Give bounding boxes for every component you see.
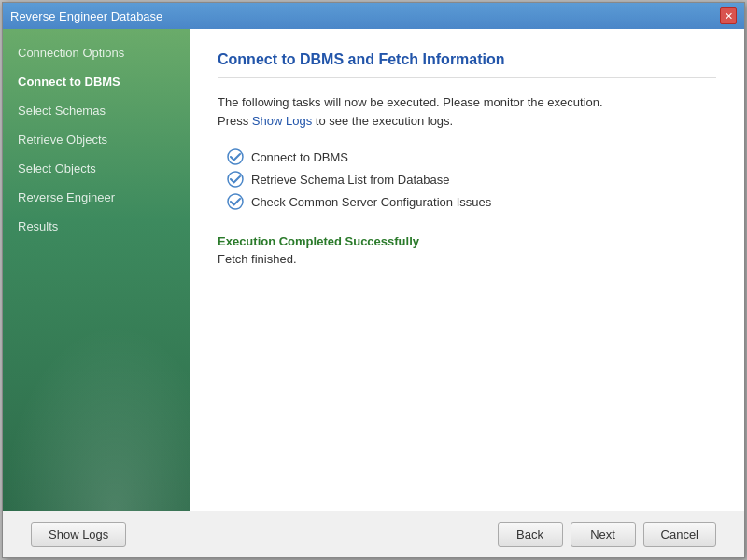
sidebar-item-connection-options[interactable]: Connection Options (3, 38, 190, 67)
task-list: Connect to DBMS Retrieve Schema List fro… (227, 148, 716, 216)
description-line2-suffix: to see the execution logs. (312, 114, 453, 128)
status-info: Fetch finished. (218, 252, 716, 266)
close-button[interactable]: ✕ (720, 7, 737, 24)
page-title: Connect to DBMS and Fetch Information (218, 51, 716, 78)
window-title: Reverse Engineer Database (10, 9, 162, 23)
task-label-2: Retrieve Schema List from Database (251, 173, 449, 187)
check-icon-1 (227, 148, 244, 165)
task-item-2: Retrieve Schema List from Database (227, 171, 716, 188)
task-label-1: Connect to DBMS (251, 150, 348, 164)
show-logs-button[interactable]: Show Logs (31, 522, 126, 547)
show-logs-link[interactable]: Show Logs (252, 114, 312, 128)
content-area: Connect to DBMS and Fetch Information Th… (190, 29, 744, 511)
sidebar-item-select-objects[interactable]: Select Objects (3, 154, 190, 183)
cancel-button[interactable]: Cancel (643, 522, 716, 547)
main-content: Connection Options Connect to DBMS Selec… (3, 29, 744, 511)
status-success: Execution Completed Successfully (218, 234, 716, 248)
sidebar-item-reverse-engineer[interactable]: Reverse Engineer (3, 183, 190, 212)
footer-right: Back Next Cancel (498, 522, 716, 547)
sidebar-item-connect-to-dbms[interactable]: Connect to DBMS (3, 67, 190, 96)
check-icon-3 (227, 193, 244, 210)
sidebar-item-select-schemas[interactable]: Select Schemas (3, 96, 190, 125)
next-button[interactable]: Next (571, 522, 636, 547)
sidebar: Connection Options Connect to DBMS Selec… (3, 29, 190, 511)
main-window: Reverse Engineer Database ✕ Connection O… (2, 2, 745, 558)
sidebar-item-results[interactable]: Results (3, 212, 190, 241)
description-line1: The following tasks will now be executed… (218, 95, 603, 109)
sidebar-item-retrieve-objects[interactable]: Retrieve Objects (3, 125, 190, 154)
back-button[interactable]: Back (498, 522, 563, 547)
task-item-3: Check Common Server Configuration Issues (227, 193, 716, 210)
description: The following tasks will now be executed… (218, 93, 716, 130)
task-label-3: Check Common Server Configuration Issues (251, 195, 491, 209)
description-line2-prefix: Press (218, 114, 252, 128)
task-item-1: Connect to DBMS (227, 148, 716, 165)
title-bar: Reverse Engineer Database ✕ (3, 3, 744, 29)
footer: Show Logs Back Next Cancel (3, 511, 744, 557)
check-icon-2 (227, 171, 244, 188)
footer-left: Show Logs (31, 522, 498, 547)
